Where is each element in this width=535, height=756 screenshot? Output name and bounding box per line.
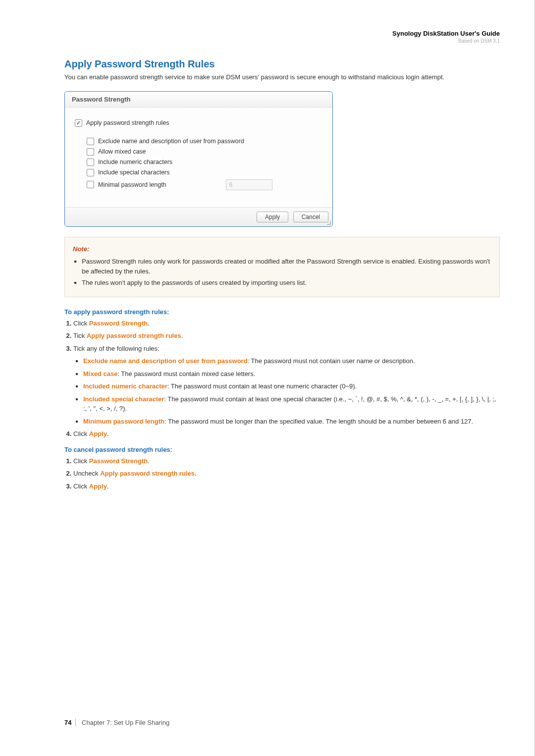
- page-number: 74: [64, 719, 76, 726]
- exclude-row: Exclude name and description of user fro…: [87, 138, 322, 145]
- rule-item: Minimum password length: The password mu…: [83, 417, 500, 427]
- guide-subtitle: Based on DSM 3.1: [64, 38, 500, 44]
- step: Click Password Strength.: [73, 319, 500, 328]
- step: Click Password Strength.: [73, 456, 500, 466]
- rules-list: Exclude name and description of user fro…: [83, 356, 500, 426]
- step: Tick any of the following rules: Exclude…: [73, 344, 500, 427]
- step: Click Apply.: [73, 429, 500, 439]
- kw-password-strength: Password Strength: [89, 457, 148, 465]
- apply-button[interactable]: Apply: [257, 212, 288, 222]
- rule-item: Mixed case: The password must contain mi…: [83, 369, 500, 379]
- minlen-label: Minimal password length: [98, 181, 166, 188]
- apply-rules-row: Apply password strength rules: [75, 119, 322, 127]
- dialog-footer: Apply Cancel: [65, 207, 332, 226]
- rule-item: Included numeric character: The password…: [83, 381, 500, 391]
- dialog-title: Password Strength: [65, 92, 332, 108]
- document-page: Synology DiskStation User's Guide Based …: [0, 0, 535, 756]
- note-item: The rules won't apply to the passwords o…: [82, 278, 491, 288]
- special-label: Include special characters: [98, 169, 170, 176]
- kw-password-strength: Password Strength: [89, 320, 148, 327]
- note-list: Password Strength rules only work for pa…: [82, 257, 491, 288]
- kw-apply-rules: Apply password strength rules: [87, 332, 181, 339]
- kw-apply-rules: Apply password strength rules: [100, 470, 195, 477]
- page-header: Synology DiskStation User's Guide Based …: [64, 30, 500, 44]
- password-strength-dialog: Password Strength Apply password strengt…: [64, 91, 333, 227]
- kw-numeric: Included numeric character: [83, 382, 167, 390]
- mixed-case-checkbox[interactable]: [87, 148, 94, 156]
- kw-exclude: Exclude name and description of user fro…: [83, 357, 248, 365]
- note-item: Password Strength rules only work for pa…: [82, 257, 491, 276]
- guide-title: Synology DiskStation User's Guide: [64, 30, 500, 37]
- exclude-checkbox[interactable]: [87, 138, 94, 145]
- kw-apply: Apply: [89, 483, 107, 490]
- dialog-body: Apply password strength rules Exclude na…: [65, 108, 332, 207]
- numeric-row: Include numeric characters: [87, 159, 322, 166]
- special-row: Include special characters: [87, 169, 322, 176]
- cancel-button[interactable]: Cancel: [293, 212, 328, 222]
- minlen-input[interactable]: 6: [226, 179, 272, 190]
- resize-grip-icon[interactable]: [326, 220, 331, 225]
- kw-minlen: Minimum password length: [83, 418, 164, 425]
- numeric-checkbox[interactable]: [87, 159, 94, 166]
- kw-apply: Apply: [89, 430, 107, 437]
- step: Uncheck Apply password strength rules.: [73, 469, 500, 479]
- kw-special: Included special character: [83, 395, 164, 403]
- mixed-case-row: Allow mixed case: [87, 148, 322, 156]
- rule-item: Included special character: The password…: [83, 394, 500, 414]
- step: Tick Apply password strength rules.: [73, 331, 500, 341]
- exclude-label: Exclude name and description of user fro…: [98, 138, 244, 145]
- kw-mixed: Mixed case: [83, 370, 117, 378]
- section-title: Apply Password Strength Rules: [64, 58, 500, 70]
- note-box: Note: Password Strength rules only work …: [64, 237, 500, 297]
- numeric-label: Include numeric characters: [98, 159, 172, 165]
- cancel-steps-list: Click Password Strength. Uncheck Apply p…: [64, 456, 500, 491]
- minlen-checkbox[interactable]: [87, 181, 94, 188]
- page-footer: 74 Chapter 7: Set Up File Sharing: [64, 719, 169, 726]
- apply-rules-label: Apply password strength rules: [86, 119, 169, 126]
- rule-item: Exclude name and description of user fro…: [83, 356, 500, 366]
- apply-heading: To apply password strength rules:: [64, 308, 500, 316]
- cancel-heading: To cancel password strength rules:: [64, 446, 500, 453]
- minlen-row: Minimal password length 6: [87, 179, 322, 190]
- apply-steps-list: Click Password Strength. Tick Apply pass…: [64, 319, 500, 439]
- mixed-case-label: Allow mixed case: [98, 148, 146, 155]
- apply-rules-checkbox[interactable]: [75, 119, 82, 127]
- section-intro: You can enable password strength service…: [64, 73, 500, 82]
- chapter-label: Chapter 7: Set Up File Sharing: [82, 719, 169, 726]
- note-label: Note:: [73, 245, 89, 253]
- step: Click Apply.: [73, 482, 500, 491]
- special-checkbox[interactable]: [87, 169, 94, 176]
